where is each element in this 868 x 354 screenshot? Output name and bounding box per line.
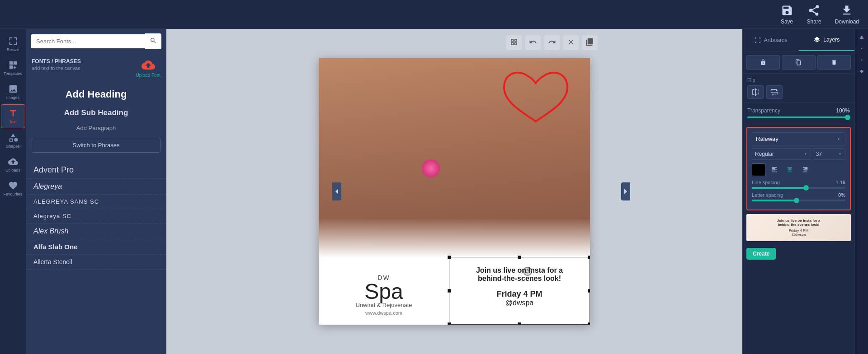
- arrow-up-icon: [859, 46, 864, 51]
- heart-icon: [8, 181, 18, 191]
- layer-up-button[interactable]: [856, 44, 867, 54]
- color-swatch[interactable]: [752, 163, 765, 176]
- switch-phrases-button[interactable]: Switch to Phrases: [32, 138, 160, 153]
- handle-tr[interactable]: [588, 256, 590, 259]
- delete-button[interactable]: [817, 55, 851, 70]
- handle-br[interactable]: [588, 322, 590, 325]
- redo-button[interactable]: [544, 35, 560, 50]
- canvas-toolbar: [506, 35, 598, 50]
- font-item-allerta-stencil[interactable]: Allerta Stencil: [26, 255, 166, 270]
- selected-text-box[interactable]: Join us live on Insta for abehind-the-sc…: [449, 257, 590, 325]
- templates-icon: [8, 60, 18, 70]
- font-item-advent-pro[interactable]: Advent Pro: [26, 162, 166, 179]
- shapes-icon: [8, 133, 18, 143]
- frame-button[interactable]: [582, 35, 598, 50]
- sidebar-item-favourites[interactable]: Favourites: [1, 177, 25, 200]
- arrow-down-icon: [859, 57, 864, 63]
- sidebar-item-text[interactable]: Text: [1, 104, 25, 128]
- layer-bottom-button[interactable]: [856, 66, 867, 76]
- text-options: Add Heading Add Sub Heading Add Paragrap…: [26, 81, 166, 158]
- spa-text-box: DW Spa Unwind & Rejuvenate www.dwspa.com: [319, 265, 449, 325]
- font-item-alegreya-sc[interactable]: Alegreya SC: [26, 209, 166, 224]
- grid-tool-button[interactable]: [506, 35, 522, 50]
- save-button[interactable]: Save: [781, 4, 793, 25]
- search-icon: [150, 37, 157, 44]
- spa-name-text: Spa: [328, 279, 440, 304]
- right-panel-tabs: Artboards Layers: [743, 29, 854, 51]
- panel-collapse-handle[interactable]: [332, 182, 341, 200]
- add-heading-button[interactable]: Add Heading: [32, 85, 160, 104]
- font-item-alfa-slab[interactable]: Alfa Slab One: [26, 239, 166, 255]
- transparency-section: Transparency 100%: [743, 103, 854, 123]
- sidebar-item-templates[interactable]: Templates: [1, 56, 25, 79]
- preview-text-3: Friday 4 PM: [751, 228, 846, 233]
- font-size-dropdown[interactable]: 37: [813, 148, 845, 160]
- right-panel: Artboards Layers Flip: [742, 29, 854, 354]
- text-icon: [8, 108, 18, 118]
- transparency-slider[interactable]: [747, 116, 850, 118]
- font-style-dropdown[interactable]: Regular: [752, 148, 811, 160]
- copy-icon: [795, 59, 802, 65]
- delete-canvas-button[interactable]: [563, 35, 579, 50]
- left-sidebar: Resize Templates Images Text Shapes Uplo…: [0, 29, 26, 354]
- letter-spacing-slider[interactable]: [752, 200, 845, 201]
- line-spacing-slider[interactable]: [752, 187, 845, 189]
- insta-line1-text: Join us live on Insta for abehind-the-sc…: [458, 266, 580, 283]
- delete-icon: [831, 59, 837, 65]
- preview-thumbnail: Join us live on Insta for a behind-the-s…: [746, 214, 851, 241]
- search-button[interactable]: [145, 33, 161, 49]
- font-panel: FONTS / PHRASES add text to the canvas U…: [26, 29, 166, 354]
- sidebar-item-shapes[interactable]: Shapes: [1, 129, 25, 152]
- insta-time-text: Friday 4 PM: [458, 289, 580, 299]
- sidebar-item-resize[interactable]: Resize: [1, 33, 25, 56]
- font-item-alex-brush[interactable]: Alex Brush: [26, 224, 166, 239]
- search-input[interactable]: [31, 34, 145, 48]
- download-button[interactable]: Download: [835, 4, 859, 25]
- sidebar-item-images[interactable]: Images: [1, 80, 25, 103]
- font-style-row: Regular 37: [752, 148, 845, 160]
- canvas-frame: DW Spa Unwind & Rejuvenate www.dwspa.com…: [319, 58, 590, 325]
- right-panel-expand[interactable]: [621, 182, 630, 200]
- preview-text-1: Join us live on Insta for a: [751, 219, 846, 223]
- sidebar-item-uploads[interactable]: Uploads: [1, 153, 25, 176]
- copy-button[interactable]: [782, 55, 815, 70]
- lock-button[interactable]: [746, 55, 780, 70]
- search-bar: [26, 29, 166, 54]
- spa-website-text: www.dwspa.com: [328, 310, 440, 316]
- create-button[interactable]: Create: [746, 248, 776, 260]
- handle-tm[interactable]: [518, 256, 521, 259]
- lock-icon: [760, 59, 766, 65]
- handle-mr[interactable]: [588, 289, 590, 293]
- align-center-button[interactable]: [783, 163, 796, 176]
- undo-button[interactable]: [525, 35, 541, 50]
- download-icon: [840, 4, 853, 17]
- layers-tab[interactable]: Layers: [799, 29, 855, 51]
- handle-ml[interactable]: [448, 289, 451, 293]
- handle-tl[interactable]: [448, 256, 451, 259]
- layer-top-button[interactable]: [856, 33, 867, 42]
- align-right-button[interactable]: [799, 163, 811, 176]
- action-buttons-row: [743, 51, 854, 74]
- color-align-row: [752, 163, 845, 176]
- layer-down-button[interactable]: [856, 55, 867, 65]
- align-left-button[interactable]: [768, 163, 781, 176]
- add-subheading-button[interactable]: Add Sub Heading: [32, 106, 160, 120]
- add-paragraph-button[interactable]: Add Paragraph: [32, 122, 160, 134]
- insta-handle-text: @dwspa: [458, 299, 580, 307]
- font-item-alegreya-sans-sc[interactable]: Alegreya Sans SC: [26, 195, 166, 209]
- flip-horizontal-button[interactable]: [747, 85, 764, 99]
- handle-bl[interactable]: [448, 322, 451, 325]
- font-item-alegreya[interactable]: Alegreya: [26, 179, 166, 195]
- share-button[interactable]: Share: [807, 4, 821, 25]
- top-bar: Save Share Download: [0, 0, 868, 29]
- layer-order-strip: [854, 29, 868, 354]
- font-dropdown[interactable]: Raleway: [752, 132, 845, 145]
- artboards-tab[interactable]: Artboards: [743, 29, 799, 51]
- flip-vertical-button[interactable]: [766, 85, 783, 99]
- line-spacing-row: Line spacing 1.16: [752, 180, 845, 189]
- uploads-icon: [8, 157, 18, 167]
- handle-bm[interactable]: [518, 322, 521, 325]
- upload-font-button[interactable]: Upload Font: [136, 58, 160, 78]
- section-subtitle: add text to the canvas: [32, 65, 81, 71]
- save-icon: [781, 4, 793, 17]
